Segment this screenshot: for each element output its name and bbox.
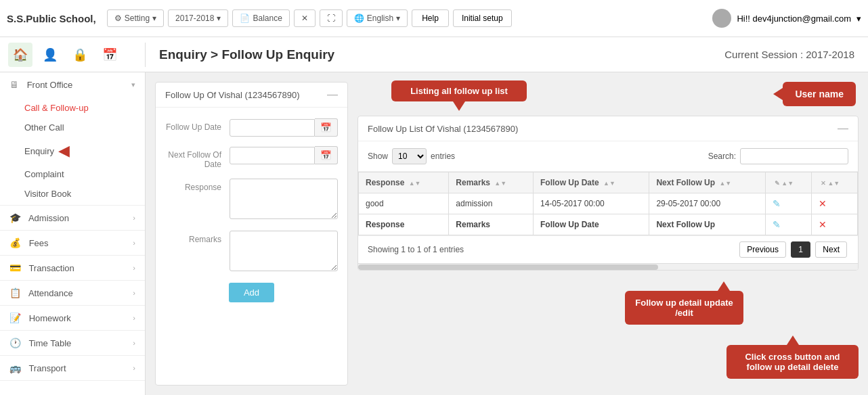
next-follow-date-input[interactable] [230,147,315,164]
sidebar-item-enquiry[interactable]: Enquiry ◀ [0,137,145,164]
sidebar-item-label-enquiry: Enquiry [24,146,54,156]
chevron-down-icon: ▾ [856,14,861,24]
sidebar-section-header-front-office[interactable]: 🖥 Front Office ▾ [0,72,145,97]
show-entries: Show 102550100 entries [368,148,455,164]
sidebar-section-header-admission[interactable]: 🎓 Admission › [0,206,145,230]
th-edit: ✎ ▲▼ [765,172,811,193]
sidebar-section-header-fees[interactable]: 💰 Fees › [0,231,145,255]
sidebar-section-attendance: 📋 Attendance › [0,281,145,306]
sidebar-section-header-homework[interactable]: 📝 Homework › [0,306,145,330]
username-callout: User name [783,82,856,106]
edit-icon[interactable]: ✎ [773,219,781,230]
cell-next-follow-up: 29-05-2017 00:00 [649,193,765,214]
sort-icon: ▲▼ [409,180,421,187]
pagination-buttons: Previous 1 Next [738,241,848,258]
footer-edit[interactable]: ✎ [765,214,811,235]
sidebar-section-admission: 🎓 Admission › [0,206,145,231]
user-label: Hi!! dev4junction@gmail.com [737,14,851,24]
sidebar-section-label-fees: Fees [29,238,49,248]
next-follow-date-calendar-button[interactable]: 📅 [315,146,338,164]
initial-setup-button[interactable]: Initial setup [453,9,512,27]
sidebar-section-label-transaction: Transaction [28,263,74,273]
next-button[interactable]: Next [815,241,847,258]
prev-button[interactable]: Previous [739,241,786,258]
sidebar-section-label-transport: Transport [28,363,66,373]
cell-edit-action[interactable]: ✎ [765,193,811,214]
sidebar-item-label-other-call: Other Call [24,122,64,133]
attendance-icon: 📋 [9,287,21,298]
remarks-label: Remarks [165,231,230,244]
sidebar-section-label-front-office: Front Office [27,80,73,90]
home-icon[interactable]: 🏠 [8,43,32,67]
response-control [230,179,338,221]
sidebar-item-call-followup[interactable]: Call & Follow-up [0,98,145,118]
sidebar-icons: 🏠 👤 🔒 📅 [0,43,146,67]
next-follow-date-row: Next Follow Of Date 📅 [165,146,338,169]
delete-icon[interactable]: ✕ [819,219,827,230]
sidebar-section-header-transport[interactable]: 🚌 Transport › [0,356,145,380]
help-button[interactable]: Help [412,9,449,27]
minimize-button[interactable]: — [327,89,338,100]
scroll-thumb [358,264,658,270]
language-button[interactable]: 🌐 English ▾ [347,9,408,27]
balance-button[interactable]: 📄 Balance [232,9,289,27]
main-layout: 🖥 Front Office ▾ Call & Follow-up Other … [0,72,868,395]
sidebar-item-label-visitor-book: Visitor Book [24,189,71,199]
chevron-right-icon: › [133,289,135,297]
chevron-right-icon: › [133,364,135,372]
sidebar-item-label-call-followup: Call & Follow-up [24,103,89,113]
cell-follow-up-date: 14-05-2017 00:00 [533,193,649,214]
th-next-follow-up: Next Follow Up ▲▼ [649,172,765,193]
sidebar-section-label-admission: Admission [28,213,69,223]
lock-icon[interactable]: 🔒 [68,43,92,67]
remarks-row: Remarks [165,231,338,273]
sidebar-item-complaint[interactable]: Complaint [0,164,145,184]
sidebar-section-header-transaction[interactable]: 💳 Transaction › [0,256,145,280]
sidebar-section-transport: 🚌 Transport › [0,356,145,381]
horizontal-scrollbar[interactable] [358,263,858,270]
list-panel-title: Follow Up List Of Vishal (1234567890) [368,124,518,134]
fullscreen-button[interactable]: ⛶ [320,9,343,27]
footer-follow-up-date: Follow Up Date [533,214,649,235]
follow-up-date-control: 📅 [230,118,338,137]
student-icon[interactable]: 👤 [38,43,62,67]
remarks-textarea[interactable] [230,231,338,271]
graduation-icon: 🎓 [9,212,21,223]
entries-select[interactable]: 102550100 [392,148,427,164]
th-delete: ✕ ▲▼ [811,172,857,193]
follow-up-date-calendar-button[interactable]: 📅 [315,118,338,137]
sidebar-section-header-attendance[interactable]: 📋 Attendance › [0,281,145,305]
form-panel-title: Follow Up Of Vishal (1234567890) [165,90,300,100]
callout-arrow-up [718,281,730,291]
expand-button[interactable]: ✕ [294,9,316,27]
cell-delete-action[interactable]: ✕ [811,193,857,214]
calendar-icon[interactable]: 📅 [97,43,122,67]
footer-delete[interactable]: ✕ [811,214,857,235]
add-button[interactable]: Add [229,283,274,302]
list-minimize-button[interactable]: — [838,123,848,134]
remarks-control [230,231,338,273]
pagination-area: Showing 1 to 1 of 1 entries Previous 1 N… [358,235,858,263]
avatar [712,9,731,28]
sort-icon: ▲▼ [494,180,506,187]
page-1-button[interactable]: 1 [791,241,810,258]
table-header-row: Response ▲▼ Remarks ▲▼ Follow Up Date ▲▼… [359,172,858,193]
search-input[interactable] [740,148,848,164]
follow-up-date-input[interactable] [230,119,315,137]
sidebar-section-transaction: 💳 Transaction › [0,256,145,281]
edit-col-icon: ✎ ▲▼ [775,180,794,187]
search-label: Search: [708,152,736,161]
sidebar-item-other-call[interactable]: Other Call [0,118,145,137]
edit-icon[interactable]: ✎ [773,198,781,209]
setting-button[interactable]: ⚙ Setting ▾ [107,9,164,27]
session-button[interactable]: 2017-2018 ▾ [168,9,228,27]
sidebar-item-visitor-book[interactable]: Visitor Book [0,184,145,204]
response-textarea[interactable] [230,179,338,219]
response-label: Response [165,179,230,192]
delete-icon[interactable]: ✕ [819,198,827,209]
transaction-icon: 💳 [9,262,21,273]
sidebar-sub-front-office: Call & Follow-up Other Call Enquiry ◀ Co… [0,97,145,205]
sidebar-section-front-office: 🖥 Front Office ▾ Call & Follow-up Other … [0,72,145,206]
sidebar-section-header-timetable[interactable]: 🕐 Time Table › [0,331,145,355]
listing-callout: Listing all follow up list [391,80,527,101]
